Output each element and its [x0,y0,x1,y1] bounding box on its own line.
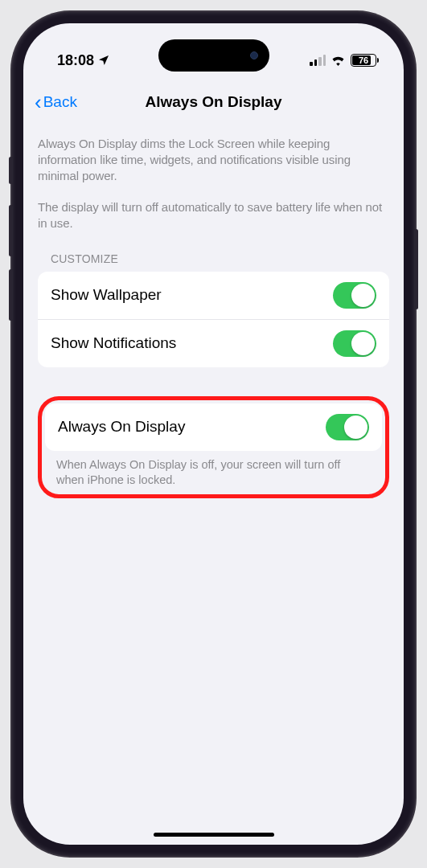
nav-bar: ‹ Back Always On Display [23,83,404,121]
back-button[interactable]: ‹ Back [35,92,77,113]
battery-percent: 76 [359,55,368,65]
location-icon [97,54,110,67]
intro-text-2: The display will turn off automatically … [38,199,389,231]
dynamic-island [158,39,269,72]
home-indicator[interactable] [154,833,274,837]
page-title: Always On Display [23,93,404,111]
aod-footer: When Always On Display is off, your scre… [45,451,382,488]
phone-frame: 18:08 76 ‹ Back Always On Dis [12,12,415,856]
customize-group: Show Wallpaper Show Notifications [38,272,389,367]
volume-up-button [9,205,13,256]
row-show-wallpaper[interactable]: Show Wallpaper [38,272,389,320]
toggle-show-wallpaper[interactable] [333,282,376,309]
screen: 18:08 76 ‹ Back Always On Dis [23,23,404,845]
row-show-notifications[interactable]: Show Notifications [38,320,389,367]
section-header-customize: CUSTOMIZE [38,252,389,265]
row-label: Show Wallpaper [51,286,162,304]
toggle-always-on-display[interactable] [326,414,369,440]
volume-down-button [9,269,13,321]
camera-dot [250,51,258,59]
battery-icon: 76 [351,54,376,67]
chevron-left-icon: ‹ [35,92,42,113]
power-button [414,229,418,309]
aod-group: Always On Display [45,403,382,451]
highlight-annotation: Always On Display When Always On Display… [38,396,389,498]
intro-text-1: Always On Display dims the Lock Screen w… [38,136,389,183]
row-label: Show Notifications [51,334,176,352]
toggle-show-notifications[interactable] [333,330,376,357]
mute-switch [9,157,13,184]
back-label: Back [43,93,77,111]
row-label: Always On Display [58,418,185,436]
status-time: 18:08 [57,52,94,69]
cell-signal-icon [310,55,326,66]
row-always-on-display[interactable]: Always On Display [45,403,382,451]
wifi-icon [331,55,346,66]
